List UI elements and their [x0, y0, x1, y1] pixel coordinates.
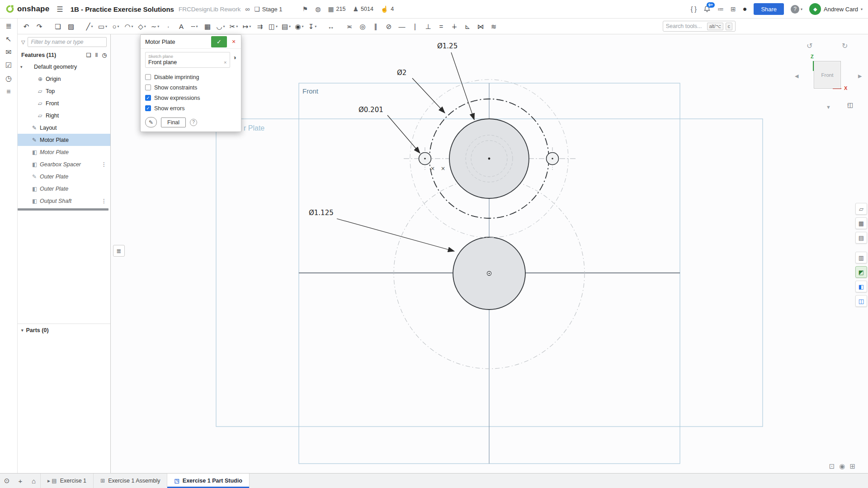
constraint-marker-2[interactable]: ×	[441, 165, 445, 172]
rotate-cw-icon[interactable]: ↻	[842, 42, 848, 50]
horizontal-constraint-icon[interactable]: ― ▾	[396, 20, 408, 33]
curvature-constraint-icon[interactable]: ≋ ▾	[488, 20, 500, 33]
view-options-button[interactable]: ◫▾	[847, 101, 853, 108]
tree-item-motor-plate-extrude[interactable]: ◧ Motor Plate ⋮	[18, 146, 110, 158]
point-tool-icon[interactable]: ∙ ▾	[162, 20, 174, 33]
spline-tool-icon[interactable]: ∼ ▾	[149, 20, 161, 33]
linear-pattern-icon[interactable]: ▤ ▾	[280, 20, 292, 33]
split-view-icon[interactable]: ◫	[855, 295, 867, 307]
polygon-tool-icon[interactable]: ◇ ▾	[136, 20, 148, 33]
dropdown-caret-icon[interactable]: ▾	[236, 24, 238, 28]
new-tab-button[interactable]: +	[14, 474, 27, 488]
share-button[interactable]: Share	[754, 3, 784, 15]
undo-icon[interactable]: ↶ ▾	[20, 20, 32, 33]
cancel-button[interactable]: ×	[228, 36, 239, 47]
onshape-logo[interactable]: onshape	[5, 5, 49, 14]
symmetric-constraint-icon[interactable]: ⋈ ▾	[475, 20, 486, 33]
offset-tool-icon[interactable]: ⇉ ▾	[254, 20, 266, 33]
insert-dxf-icon[interactable]: ↧ ▾	[307, 20, 318, 33]
line-tool-icon[interactable]: ╱ ▾	[84, 20, 95, 33]
tree-item-default-geometry[interactable]: ▾ Default geometry ⋮	[18, 61, 110, 73]
fillet-tool-icon[interactable]: ◡ ▾	[215, 20, 226, 33]
copies-stat[interactable]: ▦ 215	[328, 5, 345, 13]
dropdown-caret-icon[interactable]: ▾	[91, 24, 93, 28]
tree-item-gearbox-spacer[interactable]: ◧ Gearbox Spacer ⋮	[18, 158, 110, 170]
document-outline-icon[interactable]: ≣	[5, 23, 11, 30]
rollback-bar[interactable]	[18, 208, 108, 211]
view-cube[interactable]: ↺ ↻ ◀ ▶ ▼ Front Z X ◫▾	[791, 39, 868, 116]
equal-constraint-icon[interactable]: = ▾	[435, 20, 447, 33]
featurescript-icon[interactable]: { }	[691, 5, 697, 13]
rotate-right-arrow-icon[interactable]: ▶	[858, 73, 862, 79]
dimension-bolt-circle[interactable]: Ø2	[397, 69, 406, 77]
paste-feature-icon[interactable]: ❏	[86, 52, 91, 58]
dimension-tool-icon[interactable]: ↔ ▾	[325, 20, 337, 33]
history-icon[interactable]: ◷	[102, 52, 107, 58]
parts-section[interactable]: ▾ Parts (0)	[18, 324, 110, 337]
notes-icon[interactable]: ≡	[6, 88, 10, 95]
checkbox-box[interactable]: ✓	[145, 105, 151, 111]
tree-item-motor-plate-sketch[interactable]: ✎ Motor Plate ⋮	[18, 134, 110, 146]
suppress-icon[interactable]: ‖	[95, 52, 98, 58]
edu-flag-icon[interactable]: ⚑	[302, 5, 308, 13]
tab-exercise-1-part-studio[interactable]: ◳ Exercise 1 Part Studio	[167, 474, 249, 488]
copy-sketch-icon[interactable]: ❏ ▾	[52, 20, 64, 33]
tool-search[interactable]: alt/⌥ c	[663, 21, 736, 32]
history-panel-icon[interactable]: ◷	[5, 75, 12, 82]
checkbox-box[interactable]: ✓	[145, 74, 151, 80]
tree-item-right[interactable]: ▱ Right ⋮	[18, 109, 110, 122]
perpendicular-constraint-icon[interactable]: ⊥ ▾	[422, 20, 434, 33]
layers-panel-icon[interactable]: ▤	[855, 232, 867, 244]
forum-icon[interactable]: ●	[743, 5, 747, 13]
globe-icon[interactable]: ◍	[315, 5, 321, 13]
eye-icon[interactable]: ⊙	[0, 474, 14, 488]
version-list-icon[interactable]: ≔	[717, 5, 724, 13]
apps-grid-icon[interactable]: ⊞	[731, 5, 736, 13]
rotate-left-arrow-icon[interactable]: ◀	[795, 73, 798, 79]
dropdown-caret-icon[interactable]: ▾	[196, 24, 198, 28]
tab-exercise-1-assembly[interactable]: ⊞ Exercise 1 Assembly	[94, 474, 167, 488]
dimension-boss[interactable]: Ø1.25	[437, 42, 458, 50]
kebab-menu-icon[interactable]: ⋮	[101, 161, 107, 168]
accept-button[interactable]: ✓	[211, 36, 227, 47]
tree-item-top[interactable]: ▱ Top ⋮	[18, 85, 110, 97]
mirror-tool-icon[interactable]: ◫ ▾	[267, 20, 279, 33]
vertical-constraint-icon[interactable]: ∣ ▾	[409, 20, 421, 33]
circle-tool-icon[interactable]: ○ ▾	[110, 20, 122, 33]
tree-item-layout[interactable]: ✎ Layout ⋮	[18, 122, 110, 134]
follow-mode-icon[interactable]: ↖	[5, 36, 11, 43]
tree-item-outer-plate-extrude[interactable]: ◧ Outer Plate ⋮	[18, 183, 110, 195]
sketch-plane-field[interactable]: Sketch plane Front plane ×	[145, 52, 230, 68]
sheet-panel-icon[interactable]: ▱	[855, 203, 867, 215]
user-menu[interactable]: ◆ Andrew Card ▾	[809, 3, 863, 15]
tangent-constraint-icon[interactable]: ⊘ ▾	[383, 20, 395, 33]
isometric-view-icon[interactable]: ◩	[855, 266, 867, 278]
flip-normal-icon[interactable]: ◑	[233, 54, 236, 61]
rotate-down-arrow-icon[interactable]: ▼	[826, 104, 831, 110]
expander-caret-icon[interactable]: ▾	[20, 65, 26, 69]
followers-stat[interactable]: ♟ 5014	[353, 5, 373, 13]
measure-panel-icon[interactable]: ▥	[855, 252, 867, 263]
dropdown-caret-icon[interactable]: ▾	[315, 24, 316, 28]
show-constraints-checkbox[interactable]: ✓ Show constraints	[145, 82, 236, 93]
notifications-icon[interactable]: 9+	[703, 5, 711, 13]
final-button[interactable]: Final	[161, 117, 186, 127]
normal-constraint-icon[interactable]: ⊾ ▾	[462, 20, 473, 33]
dropdown-caret-icon[interactable]: ▾	[105, 24, 107, 28]
coincident-constraint-icon[interactable]: ≍ ▾	[344, 20, 355, 33]
text-tool-icon[interactable]: A ▾	[175, 20, 187, 33]
circular-pattern-icon[interactable]: ◉ ▾	[293, 20, 305, 33]
breadcrumb[interactable]: ❏ Stage 1	[254, 5, 282, 13]
dialog-help-icon[interactable]: ?	[190, 119, 197, 126]
dropdown-caret-icon[interactable]: ▾	[289, 24, 291, 28]
dropdown-caret-icon[interactable]: ▾	[157, 24, 159, 28]
record-icon[interactable]: ◉	[839, 462, 845, 470]
likes-stat[interactable]: ☝ 4	[381, 5, 394, 13]
parallel-constraint-icon[interactable]: ∥ ▾	[370, 20, 382, 33]
show-errors-checkbox[interactable]: ✓ Show errors	[145, 103, 236, 113]
trim-tool-icon[interactable]: ✂ ▾	[228, 20, 240, 33]
construction-toggle-icon[interactable]: ╌ ▾	[189, 20, 200, 33]
dropdown-caret-icon[interactable]: ▾	[302, 24, 304, 28]
dropdown-caret-icon[interactable]: ▾	[223, 24, 225, 28]
help-menu-button[interactable]: ? ▾	[791, 5, 802, 14]
